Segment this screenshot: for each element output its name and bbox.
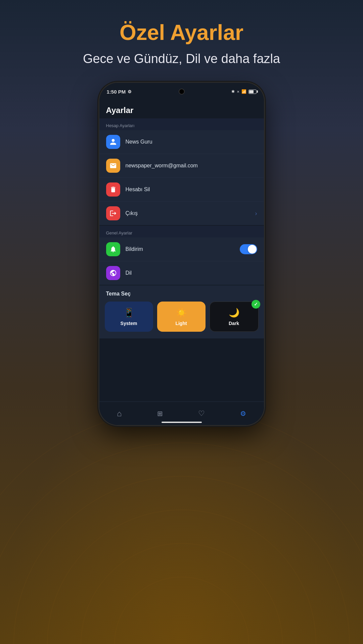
logout-label: Çıkış: [126, 210, 255, 216]
user-icon: [109, 138, 117, 146]
language-icon-circle: [106, 266, 120, 280]
general-settings-group: Bildirim Dil: [99, 237, 264, 285]
phone-screen: Ayarlar Hesap Ayarları News Guru: [99, 100, 264, 401]
dark-theme-icon: 🌙: [229, 308, 239, 318]
light-theme-option[interactable]: ☀️ Light: [157, 302, 206, 332]
apps-nav-icon: ⊞: [157, 410, 163, 418]
svg-point-5: [0, 409, 363, 644]
home-indicator: [162, 422, 202, 423]
username-item[interactable]: News Guru: [99, 130, 264, 154]
svg-point-4: [0, 443, 363, 644]
logout-icon: [109, 210, 117, 217]
email-icon: [109, 162, 117, 169]
account-section-label: Hesap Ayarları: [99, 118, 264, 130]
settings-status-icon: ⚙: [128, 89, 132, 94]
system-theme-option[interactable]: 📱 System: [105, 302, 153, 332]
svg-point-1: [81, 543, 282, 644]
notification-label: Bildirim: [126, 246, 240, 252]
globe-icon: [109, 269, 117, 277]
page-title: Özel Ayarlar: [120, 20, 243, 45]
trash-icon: [109, 186, 117, 193]
favorites-nav-icon: ♡: [198, 409, 205, 418]
logout-chevron: ›: [255, 210, 257, 217]
svg-point-3: [14, 476, 350, 644]
status-time: 1:50 PM ⚙: [107, 89, 132, 95]
nav-apps[interactable]: ⊞: [152, 407, 168, 420]
notification-toggle[interactable]: [240, 244, 257, 254]
dark-theme-label: Dark: [229, 321, 239, 326]
phone-mockup: 1:50 PM ⚙ ✱ ✕ 📶 Ayarlar Hesap Ayarları: [99, 83, 264, 425]
theme-section-label: Tema Seç: [105, 291, 259, 297]
light-theme-label: Light: [175, 321, 187, 326]
settings-nav-icon: ⚙: [240, 410, 246, 418]
logout-icon-circle: [106, 206, 120, 220]
system-theme-label: System: [121, 321, 137, 326]
bell-icon: [109, 246, 117, 253]
home-nav-icon: ⌂: [117, 409, 122, 418]
toggle-knob: [248, 245, 257, 254]
notification-icon-circle: [106, 242, 120, 256]
battery-icon: [248, 90, 257, 94]
nav-favorites[interactable]: ♡: [193, 407, 210, 421]
notification-item[interactable]: Bildirim: [99, 237, 264, 261]
system-theme-icon: 📱: [124, 308, 134, 318]
bottom-nav: ⌂ ⊞ ♡ ⚙: [99, 401, 264, 425]
account-settings-group: News Guru newspaper_worm@gmail.com: [99, 130, 264, 225]
wifi-icon: 📶: [241, 89, 246, 94]
dark-theme-option[interactable]: ✓ 🌙 Dark: [210, 302, 259, 332]
light-theme-icon: ☀️: [176, 308, 187, 318]
general-section-label: Genel Ayarlar: [99, 226, 264, 237]
status-bar: 1:50 PM ⚙ ✱ ✕ 📶: [99, 83, 264, 100]
language-label: Dil: [126, 270, 257, 276]
page-subtitle: Gece ve Gündüz, Dil ve daha fazla: [70, 52, 293, 66]
logout-item[interactable]: Çıkış ›: [99, 202, 264, 225]
username-icon-circle: [106, 135, 120, 149]
email-label: newspaper_worm@gmail.com: [126, 163, 257, 169]
email-icon-circle: [106, 159, 120, 173]
theme-section: Tema Seç 📱 System ☀️ Light ✓ 🌙 Dark: [99, 285, 264, 338]
svg-point-0: [115, 577, 249, 644]
screen-header: Ayarlar: [99, 100, 264, 118]
delete-account-item[interactable]: Hesabı Sil: [99, 178, 264, 202]
delete-label: Hesabı Sil: [126, 186, 257, 193]
status-icons: ✱ ✕ 📶: [231, 89, 257, 94]
bluetooth-icon: ✱: [231, 89, 235, 94]
theme-selected-checkmark: ✓: [252, 300, 260, 309]
svg-point-2: [47, 510, 316, 644]
language-item[interactable]: Dil: [99, 261, 264, 285]
nav-settings[interactable]: ⚙: [235, 407, 252, 420]
camera-notch: [179, 89, 185, 95]
theme-options: 📱 System ☀️ Light ✓ 🌙 Dark: [105, 302, 259, 332]
signal-icon: ✕: [237, 90, 239, 94]
username-label: News Guru: [126, 139, 257, 145]
nav-home[interactable]: ⌂: [111, 406, 127, 421]
delete-icon-circle: [106, 182, 120, 197]
screen-title: Ayarlar: [106, 106, 257, 115]
email-item[interactable]: newspaper_worm@gmail.com: [99, 154, 264, 178]
